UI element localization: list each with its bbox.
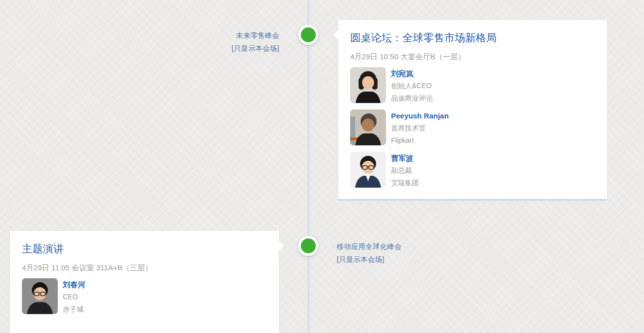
session-meta: 4月29日 10:50 大宴会厅B（一层） xyxy=(350,52,595,62)
speaker-name-link[interactable]: 曹军波 xyxy=(391,154,413,162)
speaker-photo[interactable] xyxy=(22,278,58,314)
speaker-org: 艾瑞集团 xyxy=(391,177,419,189)
track-name-link[interactable]: 移动应用全球化峰会 xyxy=(337,240,402,253)
speaker-org: Flipkart xyxy=(391,134,449,147)
speaker-row: Peeyush Ranjan 首席技术官 Flipkart xyxy=(350,110,595,147)
speaker-org: 品途商业评论 xyxy=(391,92,433,105)
card-arrow-right xyxy=(279,241,284,251)
timeline-dot-core xyxy=(301,238,316,253)
speaker-photo[interactable] xyxy=(350,110,386,145)
speaker-list: 刘宛岚 创始人&CEO 品途商业评论 Peeyush Ranj xyxy=(350,67,595,189)
speaker-row: 刘春河 CEO 赤子城 xyxy=(22,278,267,316)
session-meta: 4月29日 11:05 会议室 311A+B（三层） xyxy=(22,263,267,273)
agenda-timeline-page: 未来零售峰会 [只显示本会场] 圆桌论坛：全球零售市场新格局 4月29日 10:… xyxy=(0,0,644,333)
speaker-role: 创始人&CEO xyxy=(391,80,433,92)
session-card-keynote: 主题演讲 4月29日 11:05 会议室 311A+B（三层） xyxy=(10,231,279,333)
speaker-info: 刘春河 CEO 赤子城 xyxy=(63,278,85,316)
speaker-row: 刘宛岚 创始人&CEO 品途商业评论 xyxy=(350,67,595,105)
session-title-link[interactable]: 圆桌论坛：全球零售市场新格局 xyxy=(350,32,497,43)
timeline-dot xyxy=(298,25,318,45)
speaker-name: Peeyush Ranjan xyxy=(391,110,449,122)
speaker-info: Peeyush Ranjan 首席技术官 Flipkart xyxy=(391,110,449,147)
speaker-photo[interactable] xyxy=(350,152,386,188)
timeline-dot-core xyxy=(301,27,316,42)
session-title: 主题演讲 xyxy=(22,242,267,256)
track-filter-link[interactable]: [只显示本会场] xyxy=(232,42,279,55)
track-filter-link[interactable]: [只显示本会场] xyxy=(337,253,402,266)
speaker-name-link[interactable]: Peeyush Ranjan xyxy=(391,111,449,120)
speaker-info: 曹军波 副总裁 艾瑞集团 xyxy=(391,152,419,189)
session-title-link[interactable]: 主题演讲 xyxy=(22,243,64,254)
speaker-info: 刘宛岚 创始人&CEO 品途商业评论 xyxy=(391,67,433,105)
speaker-name: 刘宛岚 xyxy=(391,67,433,80)
card-arrow-left xyxy=(333,30,338,40)
track-label-future-retail: 未来零售峰会 [只显示本会场] xyxy=(232,29,279,55)
speaker-list: 刘春河 CEO 赤子城 xyxy=(22,278,267,316)
track-name-link[interactable]: 未来零售峰会 xyxy=(232,29,279,42)
speaker-name: 刘春河 xyxy=(63,278,85,291)
speaker-photo[interactable] xyxy=(350,67,386,103)
timeline-dot xyxy=(298,236,318,256)
speaker-org: 赤子城 xyxy=(63,303,85,316)
timeline-line xyxy=(307,0,310,333)
speaker-name-link[interactable]: 刘宛岚 xyxy=(391,69,413,78)
session-title: 圆桌论坛：全球零售市场新格局 xyxy=(350,31,595,45)
speaker-role: 副总裁 xyxy=(391,164,419,177)
speaker-role: 首席技术官 xyxy=(391,122,449,134)
session-card-roundtable: 圆桌论坛：全球零售市场新格局 4月29日 10:50 大宴会厅B（一层） 刘宛岚… xyxy=(338,20,607,199)
speaker-row: 曹军波 副总裁 艾瑞集团 xyxy=(350,152,595,189)
speaker-role: CEO xyxy=(63,291,85,303)
track-label-mobile-global: 移动应用全球化峰会 [只显示本会场] xyxy=(337,240,402,266)
speaker-name-link[interactable]: 刘春河 xyxy=(63,280,85,289)
speaker-name: 曹军波 xyxy=(391,152,419,164)
